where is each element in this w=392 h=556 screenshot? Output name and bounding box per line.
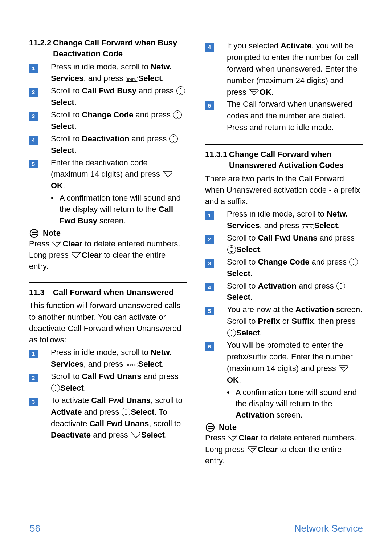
step-text: Press in idle mode, scroll to Netw. Serv…	[227, 208, 363, 231]
step-text: Scroll to Call Fwd Busy and press Select…	[51, 85, 187, 108]
navigation-key-icon	[336, 282, 345, 290]
instruction-step: 1Press in idle mode, scroll to Netw. Ser…	[29, 61, 187, 84]
steps-11-3: 1Press in idle mode, scroll to Netw. Ser…	[29, 347, 187, 441]
step-number-badge: 5	[205, 307, 214, 315]
section-rule	[29, 282, 187, 283]
step-number-badge: 3	[29, 398, 38, 406]
step-number-badge: 1	[205, 211, 214, 220]
note-icon	[205, 423, 215, 432]
step-text: You are now at the Activation screen. Sc…	[227, 304, 363, 339]
steps-11-3-continued: 4If you selected Activate, you will be p…	[205, 40, 363, 133]
sub-bullet-11-3-1: • A confirmation tone will sound and the…	[227, 387, 363, 421]
step-text: The Call forward when unanswered codes a…	[227, 98, 363, 133]
heading-number: 11.3.1	[205, 149, 229, 170]
intro-paragraph-11-3-1: There are two parts to the Call Forward …	[205, 173, 363, 207]
step-text: Scroll to Change Code and press Select.	[227, 256, 363, 279]
left-softkey-icon	[249, 89, 259, 96]
navigation-key-icon	[51, 384, 60, 392]
sub-bullet-11-2-2: • A confirmation tone will sound and the…	[51, 192, 187, 226]
step-number-badge: 4	[29, 136, 38, 145]
heading-11-3-1: 11.3.1 Change Call Forward when Unanswer…	[205, 149, 363, 170]
instruction-step: 6You will be prompted to enter the prefi…	[205, 339, 363, 386]
instruction-step: 5The Call forward when unanswered codes …	[205, 98, 363, 133]
heading-number: 11.3	[29, 287, 53, 298]
navigation-key-icon	[227, 245, 236, 254]
step-number-badge: 3	[205, 259, 214, 268]
heading-number: 11.2.2	[29, 37, 53, 59]
step-number-badge: 1	[29, 64, 38, 73]
right-softkey-icon	[228, 434, 238, 442]
step-number-badge: 6	[205, 342, 214, 351]
section-rule	[29, 33, 187, 33]
left-softkey-icon	[163, 170, 173, 178]
step-number-badge: 4	[205, 283, 214, 291]
note-heading: Note	[29, 229, 187, 238]
note-body: Press Clear to delete entered numbers. L…	[29, 238, 187, 272]
instruction-step: 1Press in idle mode, scroll to Netw. Ser…	[205, 208, 363, 231]
right-column: 4If you selected Activate, you will be p…	[205, 33, 363, 466]
left-softkey-icon	[339, 365, 349, 372]
instruction-step: 3Scroll to Change Code and press Select.	[29, 109, 187, 132]
step-text: To activate Call Fwd Unans, scroll to Ac…	[51, 395, 187, 441]
step-text: Enter the deactivation code (maximum 14 …	[51, 157, 187, 192]
right-softkey-icon	[247, 446, 257, 453]
instruction-step: 5You are now at the Activation screen. S…	[205, 304, 363, 339]
instruction-step: 4Scroll to Activation and press Select.	[205, 280, 363, 303]
navigation-key-icon	[173, 110, 182, 119]
step-number-badge: 4	[205, 43, 214, 52]
instruction-step: 3To activate Call Fwd Unans, scroll to A…	[29, 395, 187, 441]
heading-11-2-2: 11.2.2 Change Call Forward when Busy Dea…	[29, 37, 187, 59]
left-softkey-icon	[131, 431, 141, 439]
step-text: Scroll to Activation and press Select.	[227, 280, 363, 303]
heading-title: Change Call Forward when Busy Deactivati…	[53, 37, 187, 59]
page-number: 56	[30, 523, 40, 534]
navigation-key-icon	[176, 86, 185, 95]
step-text: Scroll to Call Fwd Unans and press Selec…	[227, 232, 363, 255]
navigation-key-icon	[169, 134, 178, 143]
note-icon	[29, 229, 39, 238]
instruction-step: 5Enter the deactivation code (maximum 14…	[29, 157, 187, 192]
steps-11-2-2: 1Press in idle mode, scroll to Netw. Ser…	[29, 61, 187, 192]
section-rule	[205, 144, 363, 145]
page-footer: 56 Network Service	[30, 523, 363, 534]
heading-title: Call Forward when Unanswered	[53, 287, 174, 298]
step-number-badge: 3	[29, 112, 38, 121]
note-body: Press Clear to delete entered numbers. L…	[205, 432, 363, 466]
right-softkey-icon	[71, 251, 81, 259]
step-text: Press in idle mode, scroll to Netw. Serv…	[51, 347, 187, 370]
menu-key-icon: menu	[126, 363, 138, 367]
instruction-step: 2Scroll to Call Fwd Unans and press Sele…	[29, 371, 187, 394]
heading-title: Change Call Forward when Unanswered Acti…	[229, 149, 363, 170]
instruction-step: 4Scroll to Deactivation and press Select…	[29, 133, 187, 156]
menu-key-icon: menu	[126, 77, 138, 82]
instruction-step: 3Scroll to Change Code and press Select.	[205, 256, 363, 279]
step-number-badge: 5	[29, 160, 38, 168]
instruction-step: 4If you selected Activate, you will be p…	[205, 40, 363, 98]
intro-paragraph-11-3: This function will forward unanswered ca…	[29, 300, 187, 345]
left-column: 11.2.2 Change Call Forward when Busy Dea…	[29, 33, 187, 466]
navigation-key-icon	[227, 329, 236, 337]
step-number-badge: 1	[29, 350, 38, 358]
step-number-badge: 2	[29, 88, 38, 97]
steps-11-3-1: 1Press in idle mode, scroll to Netw. Ser…	[205, 208, 363, 386]
instruction-step: 1Press in idle mode, scroll to Netw. Ser…	[29, 347, 187, 370]
navigation-key-icon	[349, 258, 358, 266]
right-softkey-icon	[52, 240, 62, 247]
step-text: Scroll to Change Code and press Select.	[51, 109, 187, 132]
step-number-badge: 5	[205, 101, 214, 110]
navigation-key-icon	[122, 408, 130, 416]
step-text: If you selected Activate, you will be pr…	[227, 40, 363, 98]
step-number-badge: 2	[29, 374, 38, 382]
step-number-badge: 2	[205, 235, 214, 244]
step-text: Scroll to Deactivation and press Select.	[51, 133, 187, 156]
menu-key-icon: menu	[302, 224, 314, 229]
instruction-step: 2Scroll to Call Fwd Unans and press Sele…	[205, 232, 363, 255]
note-heading: Note	[205, 423, 363, 432]
footer-section: Network Service	[294, 523, 363, 534]
instruction-step: 2Scroll to Call Fwd Busy and press Selec…	[29, 85, 187, 108]
step-text: You will be prompted to enter the prefix…	[227, 339, 363, 386]
heading-11-3: 11.3 Call Forward when Unanswered	[29, 287, 187, 298]
step-text: Press in idle mode, scroll to Netw. Serv…	[51, 61, 187, 84]
step-text: Scroll to Call Fwd Unans and press Selec…	[51, 371, 187, 394]
